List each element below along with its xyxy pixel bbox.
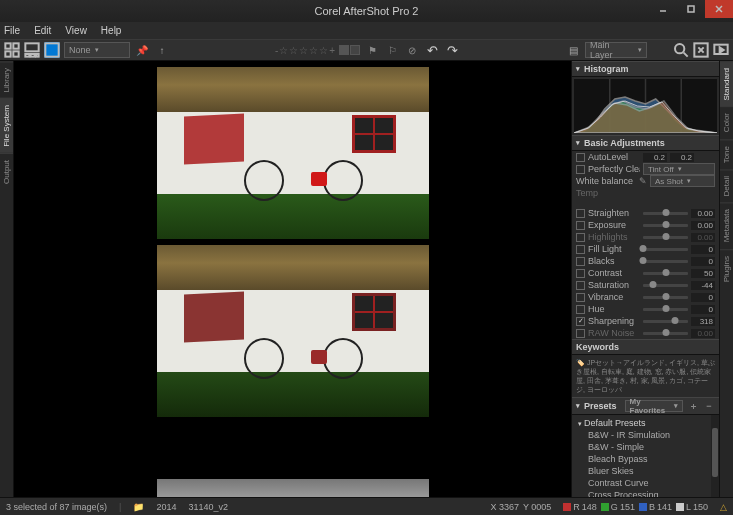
slider-value[interactable]: -44 bbox=[691, 281, 715, 290]
menu-file[interactable]: File bbox=[4, 25, 20, 36]
slider-track[interactable] bbox=[643, 296, 688, 299]
undo-icon[interactable]: ↶ bbox=[424, 42, 440, 58]
add-preset-icon[interactable]: ＋ bbox=[687, 400, 699, 412]
slider-blacks: Blacks0 bbox=[572, 255, 719, 267]
svg-line-14 bbox=[684, 53, 688, 57]
search-icon[interactable] bbox=[673, 42, 689, 58]
reject-icon[interactable]: ⚐ bbox=[384, 42, 400, 58]
tab-standard[interactable]: Standard bbox=[720, 61, 733, 106]
tag-icon[interactable]: ⊘ bbox=[404, 42, 420, 58]
menu-view[interactable]: View bbox=[65, 25, 87, 36]
sort-up-icon[interactable]: ↑ bbox=[154, 42, 170, 58]
check-icon[interactable] bbox=[576, 293, 585, 302]
slider-hue: Hue0 bbox=[572, 303, 719, 315]
slider-value[interactable]: 0 bbox=[691, 293, 715, 302]
slider-value[interactable]: 0.00 bbox=[691, 221, 715, 230]
histogram-header[interactable]: ▾Histogram bbox=[572, 61, 719, 77]
presets-scrollbar[interactable] bbox=[711, 415, 719, 497]
slider-saturation: Saturation-44 bbox=[572, 279, 719, 291]
check-icon[interactable] bbox=[576, 281, 585, 290]
slider-track[interactable] bbox=[643, 212, 688, 215]
slider-track[interactable] bbox=[643, 284, 688, 287]
tab-metadata[interactable]: Metadata bbox=[720, 202, 733, 248]
slider-value[interactable]: 0 bbox=[691, 305, 715, 314]
slider-track[interactable] bbox=[643, 236, 688, 239]
check-icon[interactable] bbox=[576, 233, 585, 242]
check-icon[interactable] bbox=[576, 305, 585, 314]
check-icon[interactable] bbox=[576, 221, 585, 230]
check-icon[interactable] bbox=[576, 257, 585, 266]
preset-item[interactable]: Cross Processing bbox=[586, 489, 711, 497]
keywords-header[interactable]: Keywords bbox=[572, 339, 719, 355]
slider-track[interactable] bbox=[643, 308, 688, 311]
slider-value[interactable]: 0.00 bbox=[691, 233, 715, 242]
slider-track[interactable] bbox=[643, 260, 688, 263]
redo-icon[interactable]: ↷ bbox=[444, 42, 460, 58]
preset-item[interactable]: B&W - Simple bbox=[586, 441, 711, 453]
check-icon[interactable] bbox=[576, 317, 585, 326]
maximize-button[interactable] bbox=[677, 0, 705, 18]
view-single-button[interactable] bbox=[44, 42, 60, 58]
slider-straighten: Straighten0.00 bbox=[572, 207, 719, 219]
label-filter-combo[interactable]: None▾ bbox=[64, 42, 130, 58]
menu-help[interactable]: Help bbox=[101, 25, 122, 36]
slider-track[interactable] bbox=[643, 248, 688, 251]
slider-value[interactable]: 0 bbox=[691, 257, 715, 266]
check-icon[interactable] bbox=[576, 269, 585, 278]
color-label-filter[interactable] bbox=[339, 45, 360, 55]
layers-icon[interactable]: ▤ bbox=[565, 42, 581, 58]
presets-header[interactable]: ▾Presets My Favorites▾ ＋ − bbox=[572, 397, 719, 415]
folder-name: 2014 bbox=[156, 502, 176, 512]
slider-track[interactable] bbox=[643, 320, 688, 323]
slider-value[interactable]: 0 bbox=[691, 245, 715, 254]
minimize-button[interactable] bbox=[649, 0, 677, 18]
rating-filter[interactable]: -☆☆☆☆☆+ bbox=[275, 45, 335, 56]
layer-combo[interactable]: Main Layer▾ bbox=[585, 42, 647, 58]
check-icon[interactable] bbox=[576, 209, 585, 218]
slider-value[interactable]: 0.00 bbox=[691, 329, 715, 338]
slider-track[interactable] bbox=[643, 224, 688, 227]
svg-rect-7 bbox=[13, 51, 18, 56]
tab-plugins[interactable]: Plugins bbox=[720, 249, 733, 288]
preview-image-1[interactable] bbox=[157, 67, 429, 239]
tab-tone[interactable]: Tone bbox=[720, 139, 733, 169]
preview-image-2[interactable] bbox=[157, 245, 429, 417]
preset-item[interactable]: Bleach Bypass bbox=[586, 453, 711, 465]
title-bar: Corel AfterShot Pro 2 bbox=[0, 0, 733, 22]
check-icon[interactable] bbox=[576, 329, 585, 338]
basic-adjustments-header[interactable]: ▾Basic Adjustments bbox=[572, 135, 719, 151]
tab-detail[interactable]: Detail bbox=[720, 169, 733, 202]
fullscreen-icon[interactable] bbox=[693, 42, 709, 58]
wb-combo[interactable]: As Shot▾ bbox=[650, 175, 715, 187]
slider-value[interactable]: 0.00 bbox=[691, 209, 715, 218]
warning-icon[interactable]: △ bbox=[720, 502, 727, 512]
right-panel: ▾Histogram ▾Basic Adjustments AutoLevel … bbox=[571, 61, 719, 497]
autolevel-check[interactable] bbox=[576, 153, 585, 162]
slider-value[interactable]: 318 bbox=[691, 317, 715, 326]
slideshow-icon[interactable] bbox=[713, 42, 729, 58]
tab-file-system[interactable]: File System bbox=[0, 98, 13, 153]
slider-track[interactable] bbox=[643, 272, 688, 275]
menu-edit[interactable]: Edit bbox=[34, 25, 51, 36]
preview-image-3[interactable] bbox=[157, 479, 429, 497]
pin-icon[interactable]: 📌 bbox=[134, 42, 150, 58]
wb-picker-icon[interactable]: ✎ bbox=[639, 176, 647, 186]
perfectly-clear-check[interactable] bbox=[576, 165, 585, 174]
close-button[interactable] bbox=[705, 0, 733, 18]
presets-favorites-combo[interactable]: My Favorites▾ bbox=[625, 400, 683, 412]
view-grid-button[interactable] bbox=[4, 42, 20, 58]
tab-color[interactable]: Color bbox=[720, 106, 733, 138]
check-icon[interactable] bbox=[576, 245, 585, 254]
flag-icon[interactable]: ⚑ bbox=[364, 42, 380, 58]
preset-item[interactable]: B&W - IR Simulation bbox=[586, 429, 711, 441]
slider-value[interactable]: 50 bbox=[691, 269, 715, 278]
view-filmstrip-button[interactable] bbox=[24, 42, 40, 58]
remove-preset-icon[interactable]: − bbox=[703, 400, 715, 412]
preset-item[interactable]: Bluer Skies bbox=[586, 465, 711, 477]
slider-exposure: Exposure0.00 bbox=[572, 219, 719, 231]
slider-track[interactable] bbox=[643, 332, 688, 335]
tab-output[interactable]: Output bbox=[0, 153, 13, 190]
preset-item[interactable]: Contrast Curve bbox=[586, 477, 711, 489]
preset-group[interactable]: Default Presets bbox=[576, 417, 711, 429]
tab-library[interactable]: Library bbox=[0, 61, 13, 98]
